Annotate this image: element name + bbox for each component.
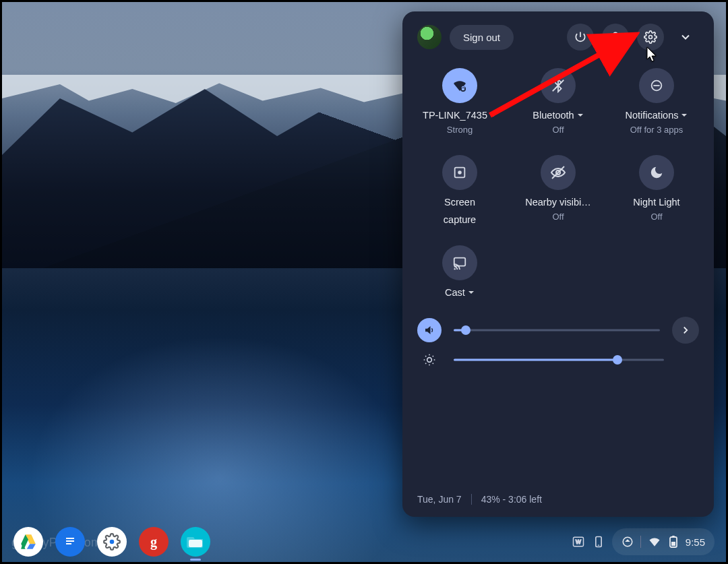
svg-rect-27 (672, 536, 675, 537)
svg-point-12 (454, 268, 455, 270)
caret-down-icon (490, 110, 497, 121)
collapse-button[interactable] (672, 24, 699, 51)
sign-out-label: Sign out (463, 32, 500, 43)
tray-divider (640, 536, 641, 548)
brightness-slider[interactable] (454, 353, 664, 367)
tile-sublabel: Strong (447, 125, 473, 135)
tile-label: capture (444, 214, 476, 225)
tile-label-row: Notifications (626, 110, 688, 121)
svg-rect-0 (611, 36, 619, 41)
tile-nearby[interactable]: Nearby visibi…Off (509, 155, 607, 225)
word-square-icon: W (572, 535, 585, 549)
screencap-icon (442, 155, 477, 190)
tile-label: Night Light (633, 197, 679, 208)
wifi-icon (648, 535, 661, 549)
tile-cast[interactable]: Cast (411, 245, 509, 298)
wifi-icon (442, 68, 477, 103)
quick-settings-tiles: TP-LINK_7435StrongBluetoothOffNotificati… (402, 56, 714, 298)
tile-sublabel: Off (552, 125, 564, 135)
clock: 9:55 (686, 536, 705, 548)
svg-rect-24 (598, 545, 600, 546)
volume-row (417, 315, 699, 345)
tile-label: Cast (445, 287, 465, 298)
brightness-icon (423, 353, 436, 367)
phone-icon (592, 535, 605, 549)
shelf-pinned-apps: g (13, 527, 210, 557)
caret-down-icon (577, 110, 584, 121)
caret-down-icon (468, 287, 475, 298)
power-icon (574, 30, 587, 44)
tile-sublabel: Off for 3 apps (630, 125, 684, 135)
volume-icon (423, 324, 435, 336)
quick-settings-panel: Sign out TP-LINK_7435StrongBluetoothOffN… (402, 11, 714, 517)
settings-button[interactable] (637, 24, 664, 51)
svg-point-8 (458, 170, 462, 175)
drive-icon (20, 533, 37, 551)
sign-out-button[interactable]: Sign out (450, 25, 514, 50)
tile-label-row: Cast (445, 287, 475, 298)
active-app-indicator (190, 559, 201, 561)
caret-down-icon (681, 110, 688, 121)
chevron-down-icon (679, 30, 692, 44)
panel-header: Sign out (402, 11, 714, 56)
svg-rect-3 (462, 88, 464, 90)
status-tray[interactable]: 9:55 (612, 528, 715, 555)
svg-rect-17 (66, 540, 74, 542)
panel-footer: Tue, Jun 7 43% - 3:06 left (402, 484, 714, 517)
svg-rect-20 (189, 540, 202, 547)
volume-slider[interactable] (454, 323, 660, 337)
audio-settings-button[interactable] (672, 317, 699, 344)
shelf-status-area: W 9:55 (572, 528, 715, 555)
tile-bluetooth[interactable]: BluetoothOff (509, 68, 607, 135)
tile-nightlight[interactable]: Night LightOff (607, 155, 706, 225)
tile-label-row: TP-LINK_7435 (423, 110, 497, 121)
svg-rect-18 (66, 543, 71, 544)
tile-label: Bluetooth (533, 110, 574, 121)
tile-label-row: Night Light (633, 197, 679, 208)
brightness-button[interactable] (417, 348, 442, 372)
brightness-row (417, 345, 699, 375)
app-settings[interactable] (97, 527, 127, 557)
notifications-indicator-icon (621, 536, 634, 548)
app-google-docs[interactable] (55, 527, 85, 557)
svg-rect-28 (671, 542, 675, 546)
tile-screencap[interactable]: Screencapture (411, 155, 509, 225)
tile-label-line2: capture (444, 214, 476, 225)
tile-sublabel: Off (552, 212, 564, 222)
tile-label: TP-LINK_7435 (423, 110, 487, 121)
nightlight-icon (639, 155, 674, 190)
cast-icon (442, 245, 477, 280)
battery-icon (668, 535, 679, 549)
tile-wifi[interactable]: TP-LINK_7435Strong (411, 68, 509, 135)
footer-battery: 43% - 3:06 left (481, 494, 542, 505)
svg-point-13 (427, 358, 432, 363)
power-button[interactable] (567, 24, 594, 51)
user-avatar[interactable] (417, 25, 442, 49)
svg-rect-16 (66, 538, 74, 539)
notifications-icon (639, 68, 674, 103)
tile-label: Notifications (626, 110, 679, 121)
chevron-right-icon (679, 324, 692, 336)
svg-text:W: W (576, 538, 581, 545)
nearby-icon (541, 155, 576, 190)
shelf: g W 9:55 (4, 524, 724, 560)
gear-icon (644, 30, 657, 44)
app-files[interactable] (181, 527, 210, 557)
lock-icon (609, 30, 622, 44)
footer-date: Tue, Jun 7 (417, 494, 462, 505)
g-letter-icon: g (150, 534, 157, 550)
footer-divider (471, 494, 472, 505)
tile-notifications[interactable]: NotificationsOff for 3 apps (607, 68, 706, 135)
tile-label-row: Nearby visibi… (525, 197, 591, 208)
phone-hub-tray[interactable]: W (572, 535, 605, 549)
tile-label: Screen (444, 197, 475, 208)
gear-icon (103, 533, 121, 551)
volume-button[interactable] (417, 318, 442, 342)
docs-icon (63, 533, 78, 551)
svg-point-1 (649, 36, 653, 39)
lock-button[interactable] (602, 24, 629, 51)
app-groovypost[interactable]: g (139, 527, 169, 557)
tile-label-row: Screen (444, 197, 475, 208)
sliders-section (402, 298, 714, 375)
app-google-drive[interactable] (13, 527, 43, 557)
